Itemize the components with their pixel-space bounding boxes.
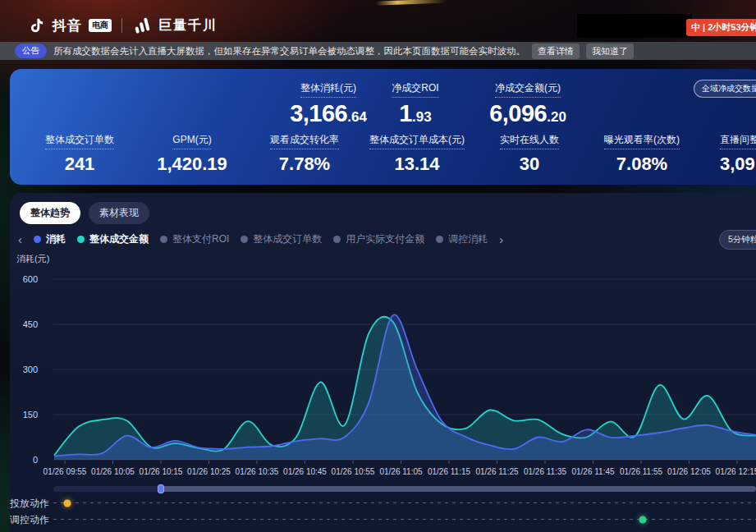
x-tick-label: 01/26 11:15 [428, 467, 470, 476]
notice-bar: 公告 所有成交数据会先计入直播大屏数据，但如果存在异常交易订单会被动态调整，因此… [0, 42, 756, 60]
y-tick-label: 450 [11, 319, 38, 329]
metric-dec: .64 [347, 109, 367, 125]
metric-value: 1.93 [392, 101, 438, 126]
legend-item-pay-roi[interactable]: 整体支付ROI [160, 232, 229, 246]
qianchuan-wordmark: 巨量千川 [158, 17, 218, 34]
legend-label: 整体成交订单数 [253, 232, 322, 246]
chart-legend: ‹消耗整体成交金额整体支付ROI整体成交订单数用户实际支付金额调控消耗› [18, 232, 503, 246]
legend-label: 用户实际支付金额 [346, 232, 424, 246]
metric-label: 观看成交转化率 [270, 133, 339, 149]
metric-label: 直播间整体 [720, 133, 756, 149]
acknowledge-button[interactable]: 我知道了 [586, 44, 634, 59]
legend-item-cost[interactable]: 消耗 [34, 232, 66, 246]
metric-total-cost: 整体消耗(元)3,166.64 [290, 80, 367, 126]
x-tick-label: 01/26 11:35 [524, 467, 566, 476]
x-tick-label: 01/26 10:15 [140, 467, 183, 476]
x-tick-label: 01/26 11:55 [620, 467, 662, 476]
legend-item-user-paid-amount[interactable]: 用户实际支付金额 [333, 232, 424, 246]
legend-prev-icon[interactable]: ‹ [18, 233, 22, 245]
metric-label: 实时在线人数 [500, 133, 559, 149]
x-tick-label: 01/26 10:25 [187, 467, 231, 476]
trend-tabs: 整体趋势素材表现 [20, 202, 149, 224]
qianchuan-bars-icon [132, 16, 152, 35]
header-divider [753, 20, 754, 33]
legend-label: 调控消耗 [448, 232, 488, 246]
data-scope-selector[interactable]: 全域净成交数据 [694, 80, 756, 98]
data-scope-label: 全域净成交数据 [702, 83, 756, 94]
legend-dot-icon [333, 236, 341, 243]
x-axis-labels: 01/26 09:5501/26 10:0501/26 10:1501/26 1… [0, 467, 756, 479]
legend-item-adjust-cost[interactable]: 调控消耗 [436, 232, 488, 246]
action-row-label: 投放动作 [10, 497, 49, 511]
metric-label: GPM(元) [172, 133, 211, 149]
scrollbar-selected-range[interactable] [161, 486, 756, 492]
metric-label: 净成交ROI [392, 81, 438, 98]
metric-net-roi: 净成交ROI1.93 [392, 80, 438, 126]
y-tick-label: 300 [11, 365, 38, 374]
scrollbar-handle[interactable] [158, 484, 164, 493]
legend-label: 整体支付ROI [172, 232, 229, 246]
metric-label: 曝光观看率(次数) [604, 133, 680, 149]
metric-value: 1,420.19 [157, 154, 227, 175]
legend-item-deal-orders[interactable]: 整体成交订单数 [241, 232, 322, 246]
metric-value: 7.08% [604, 154, 680, 175]
metric-value: 30 [500, 154, 559, 175]
x-tick-label: 01/26 10:35 [236, 467, 279, 476]
gold-glare-artifact [376, 0, 447, 5]
legend-label: 整体成交金额 [89, 232, 149, 246]
granularity-select[interactable]: 5分钟粒度 [719, 230, 756, 250]
brand-area: 抖音 电商 巨量千川 [28, 16, 218, 35]
metric-int: 1 [399, 100, 412, 126]
x-tick-label: 01/26 12:15 [716, 467, 756, 476]
metric-value: 3,166.64 [290, 101, 367, 126]
tab-material-performance[interactable]: 素材表现 [89, 202, 149, 224]
x-tick-label: 01/26 11:45 [571, 467, 614, 476]
metric-online-users: 实时在线人数30 [500, 131, 559, 175]
legend-dot-icon [160, 236, 167, 243]
douyin-note-icon [28, 16, 46, 35]
metric-label: 整体成交订单成本(元) [369, 133, 465, 149]
view-details-button[interactable]: 查看详情 [532, 44, 580, 59]
x-tick-label: 01/26 10:05 [91, 467, 135, 476]
metric-gpm: GPM(元)1,420.19 [157, 131, 227, 175]
action-row-label: 调控动作 [10, 513, 49, 527]
metric-value: 241 [45, 154, 114, 175]
chart-scrollbar[interactable] [53, 486, 756, 492]
legend-label: 消耗 [46, 232, 66, 246]
metric-int: 3,166 [290, 100, 347, 126]
legend-next-icon[interactable]: › [499, 233, 503, 245]
legend-dot-icon [436, 236, 443, 243]
action-marker-dot[interactable] [639, 516, 647, 523]
x-tick-label: 01/26 11:05 [379, 467, 422, 476]
tab-overall-trend[interactable]: 整体趋势 [20, 202, 80, 224]
metric-exposure-view-rate: 曝光观看率(次数)7.08% [604, 131, 680, 175]
metric-room-total: 直播间整体3,09 [720, 131, 756, 175]
notice-badge: 公告 [15, 44, 47, 58]
legend-dot-icon [77, 236, 85, 243]
legend-item-deal-amount[interactable]: 整体成交金额 [77, 232, 149, 246]
metric-order-cost: 整体成交订单成本(元)13.14 [369, 131, 465, 175]
metric-value: 3,09 [720, 154, 756, 175]
legend-dot-icon [241, 236, 248, 243]
x-tick-label: 01/26 11:25 [475, 467, 518, 476]
x-tick-label: 01/26 09:55 [44, 467, 87, 476]
metric-dec: .20 [547, 109, 566, 125]
metric-label: 整体成交订单数 [45, 133, 114, 149]
x-tick-label: 01/26 10:45 [283, 467, 327, 476]
y-tick-label: 600 [11, 274, 38, 284]
action-marker-dot[interactable] [64, 499, 71, 507]
metric-value: 7.78% [270, 154, 339, 175]
metric-view-conversion: 观看成交转化率7.78% [270, 131, 339, 175]
douyin-wordmark: 抖音 [53, 16, 82, 35]
x-tick-label: 01/26 10:55 [332, 467, 375, 476]
live-duration-badge: 中 | 2小时53分钟 [686, 19, 756, 36]
redaction-box [577, 14, 692, 38]
metric-deal-orders: 整体成交订单数241 [45, 131, 114, 175]
metric-value: 13.14 [369, 154, 465, 175]
trend-chart[interactable]: 0150300450600 [0, 250, 756, 467]
qianchuan-live-dashboard: 抖音 电商 巨量千川 中 | 2小时53分钟 公告 所有成交数据会先计入直播大屏… [0, 0, 756, 532]
chart-canvas[interactable] [0, 250, 756, 467]
metric-label: 整体消耗(元) [300, 81, 356, 98]
y-tick-label: 150 [11, 410, 38, 420]
ecommerce-badge: 电商 [89, 19, 112, 32]
